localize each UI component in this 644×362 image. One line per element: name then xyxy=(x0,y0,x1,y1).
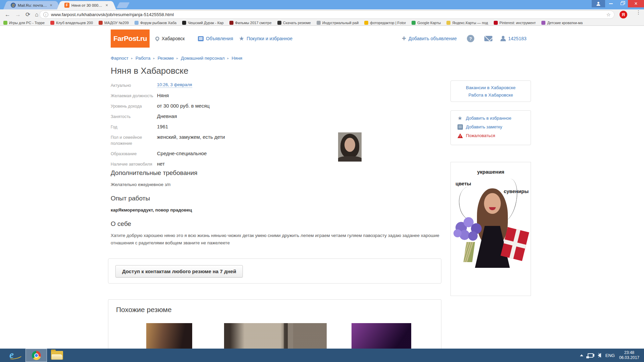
bookmark-item[interactable]: Форум рыбаков Хаба xyxy=(135,21,176,25)
ad-brand: FarPost.ru xyxy=(451,277,531,290)
access-contacts-button[interactable]: Доступ к контактам любого резюме на 7 дн… xyxy=(115,265,243,278)
bookmark-item[interactable]: Чешский Дурак - Кар xyxy=(182,21,223,25)
chrome-taskbar-button[interactable] xyxy=(25,349,47,362)
clock[interactable]: 23:48 06.03.2017 xyxy=(619,350,639,360)
tab-close-icon[interactable]: × xyxy=(49,3,53,8)
add-listing-button[interactable]: + Добавить объявление xyxy=(402,35,457,43)
envelope-icon xyxy=(484,36,492,41)
breadcrumb-link[interactable]: Резюме xyxy=(158,56,174,61)
field-value: 10:26, 3 февраля xyxy=(157,82,192,88)
chrome-menu-icon[interactable]: ⋮ xyxy=(636,11,638,13)
chrome-profile-button[interactable] xyxy=(592,0,605,7)
bookmark-item[interactable]: фоторедактор | Fotor xyxy=(364,21,406,25)
volume-icon[interactable] xyxy=(598,353,601,358)
breadcrumb-link[interactable]: Няня xyxy=(232,56,243,61)
page-info-icon[interactable]: i xyxy=(43,12,48,17)
forward-button-icon[interactable]: → xyxy=(15,12,21,17)
favorites-star-icon: ★ xyxy=(239,35,244,42)
page-title: Няня в Хабаровске xyxy=(111,66,189,76)
nav-ads[interactable]: Объявления xyxy=(198,35,233,43)
bookmark-item[interactable]: Игры для PC - Торре xyxy=(3,21,45,25)
ad-woman-illustration xyxy=(484,193,501,214)
action-label: Пожаловаться xyxy=(466,133,495,138)
mailru-favicon-icon: @ xyxy=(11,3,16,8)
breadcrumb-item[interactable]: Резюме xyxy=(153,56,174,61)
url-text[interactable]: www.farpost.ru/khabarovsk/job/resume/nja… xyxy=(51,12,606,17)
bookmark-item[interactable]: Google Карты xyxy=(412,21,441,25)
bookmark-item[interactable]: Яндекс.Карты — под xyxy=(446,21,488,25)
tab-mailru[interactable]: @ Mail.Ru: почта, поиск в × xyxy=(7,1,56,9)
resume-fields: Актуально 10:26, 3 февраля Желаемая долж… xyxy=(111,82,332,171)
bookmark-favicon-icon xyxy=(229,21,233,25)
maximize-button[interactable] xyxy=(616,0,628,7)
help-icon: ? xyxy=(467,35,474,42)
ad-caption: Смотри подарки на xyxy=(451,269,531,276)
breadcrumb-link[interactable]: Фарпост xyxy=(111,56,128,61)
breadcrumb-link[interactable]: Домашний персонал xyxy=(181,56,224,61)
help-button[interactable]: ? xyxy=(467,35,474,43)
vacancy-link[interactable]: Вакансии в Хабаровске xyxy=(466,85,516,90)
action-row[interactable]: Пожаловаться xyxy=(458,133,531,138)
similar-resumes-heading: Похожие резюме xyxy=(116,306,172,314)
back-button-icon[interactable]: ← xyxy=(5,12,10,17)
bookmark-item[interactable]: Фильмы 2017 смотре xyxy=(229,21,272,25)
system-tray: ENG 23:48 06.03.2017 xyxy=(580,349,644,362)
bookmark-item[interactable]: Скачать резюме xyxy=(277,21,311,25)
farpost-logo[interactable]: FarPost.ru xyxy=(111,29,150,48)
city-label: Хабаровск xyxy=(162,36,185,41)
field-value: от 30 000 руб. в месяц xyxy=(157,103,210,109)
bookmark-item[interactable]: Pinterest: инструмент xyxy=(494,21,536,25)
bookmark-label: Чешский Дурак - Кар xyxy=(188,21,223,25)
bookmark-item[interactable]: Индустриальный рай xyxy=(317,21,359,25)
minimize-button[interactable] xyxy=(605,0,616,7)
breadcrumb-item[interactable]: Домашний персонал xyxy=(176,56,224,61)
nav-ads-label: Объявления xyxy=(206,36,233,41)
bookmark-item[interactable]: МАДОУ №209 xyxy=(99,21,129,25)
field-value: Дневная xyxy=(157,113,177,120)
reload-button-icon[interactable]: ⟳ xyxy=(25,12,30,17)
action-row[interactable]: Добавить заметку xyxy=(458,124,531,130)
account-button[interactable]: 1425183 xyxy=(500,35,527,43)
home-button-icon[interactable]: ⌂ xyxy=(35,12,38,17)
action-row[interactable]: Добавить в избранное xyxy=(458,115,531,121)
internet-explorer-icon[interactable]: e xyxy=(9,349,14,360)
browser-toolbar: ← → ⟳ ⌂ i www.farpost.ru/khabarovsk/job/… xyxy=(0,9,644,20)
bookmark-star-icon[interactable]: ☆ xyxy=(606,12,611,18)
tray-expand-icon[interactable] xyxy=(580,354,583,356)
clock-time: 23:48 xyxy=(619,350,639,355)
location-pin-icon xyxy=(155,36,160,42)
tab-title: Mail.Ru: почта, поиск в xyxy=(18,3,47,7)
file-explorer-icon[interactable] xyxy=(51,351,63,360)
breadcrumb-item[interactable]: Няня xyxy=(227,56,243,61)
breadcrumb-item[interactable]: Работа xyxy=(131,56,151,61)
bookmark-item[interactable]: Клуб владельцев 200 xyxy=(50,21,93,25)
close-button[interactable]: × xyxy=(628,0,644,7)
tab-farpost-active[interactable]: F Няня от 30 000 рублей × xyxy=(61,1,112,9)
city-selector[interactable]: Хабаровск xyxy=(155,35,185,43)
section-text: Хатите добрую харошею няню это я всю жиз… xyxy=(111,232,441,247)
action-label: Добавить в избранное xyxy=(466,116,511,121)
ad-banner[interactable]: украшения цветы сувениры Смотри подарки … xyxy=(450,162,531,296)
windows-taskbar: e ENG 23:48 06.03.2017 xyxy=(0,349,644,362)
resume-section: Дополнительные требования Желательно еже… xyxy=(111,169,441,188)
resume-photo[interactable] xyxy=(338,132,362,162)
messages-button[interactable] xyxy=(484,35,492,43)
address-bar[interactable]: i www.farpost.ru/khabarovsk/job/resume/n… xyxy=(40,10,614,19)
new-tab-button[interactable] xyxy=(116,2,129,8)
action-icon xyxy=(458,124,463,130)
breadcrumb-item[interactable]: Фарпост xyxy=(111,56,128,61)
network-icon[interactable] xyxy=(588,353,593,358)
tab-close-icon[interactable]: × xyxy=(105,3,109,8)
nav-favorites[interactable]: ★ Покупки и избранное xyxy=(239,35,292,43)
breadcrumb-link[interactable]: Работа xyxy=(136,56,151,61)
window-controls: × xyxy=(592,0,644,7)
browser-titlebar: @ Mail.Ru: почта, поиск в × F Няня от 30… xyxy=(0,0,644,9)
account-id: 1425183 xyxy=(508,36,527,41)
chrome-icon xyxy=(32,351,41,360)
language-indicator[interactable]: ENG xyxy=(605,353,615,358)
vacancy-link[interactable]: Работа в Хабаровске xyxy=(468,93,513,98)
bookmark-label: Игры для PC - Торре xyxy=(9,21,45,25)
yandex-extension-icon[interactable]: Я xyxy=(620,11,627,18)
bookmark-label: Детские кроватки-ма xyxy=(547,21,583,25)
bookmark-item[interactable]: Детские кроватки-ма xyxy=(541,21,583,25)
